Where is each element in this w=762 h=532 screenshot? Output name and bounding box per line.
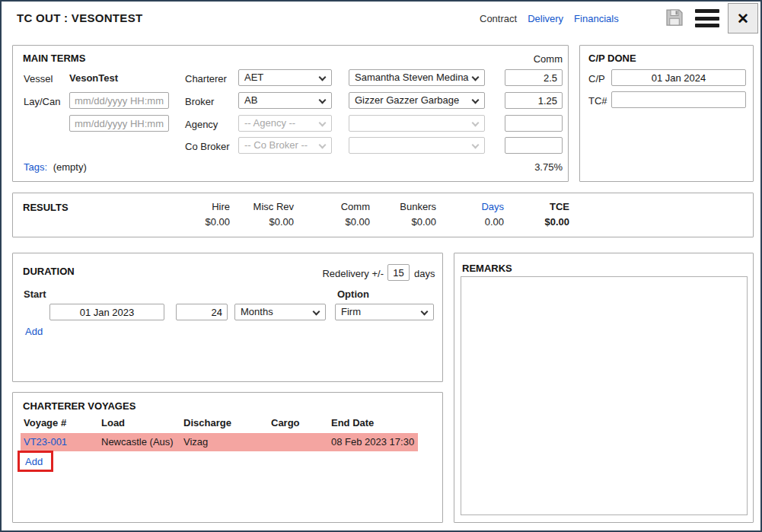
save-button[interactable] <box>662 6 687 30</box>
days-link[interactable]: Days <box>438 201 504 212</box>
days-value: 0.00 <box>438 216 504 228</box>
charterer-contact-select[interactable]: Samantha Steven Medina <box>349 69 485 86</box>
broker-contact-select[interactable]: Gizzer Gazzer Garbage <box>349 92 485 109</box>
voyage-load-cell: Newcastle (Aus) <box>101 433 174 451</box>
tab-contract[interactable]: Contract <box>480 13 517 24</box>
charterer-select[interactable]: AET <box>238 69 332 86</box>
menu-button[interactable] <box>695 9 719 27</box>
chevron-down-icon <box>472 119 480 127</box>
results-col-tce: TCE $0.00 <box>504 201 569 228</box>
col-header-discharge: Discharge <box>183 417 231 428</box>
header-nav: Contract Delivery Financials <box>480 13 619 24</box>
results-panel: RESULTS Hire $0.00 Misc Rev $0.00 Comm $… <box>12 193 754 237</box>
remarks-textarea[interactable] <box>461 276 748 515</box>
header-icons: ✕ <box>662 3 758 33</box>
charterer-voyages-title: CHARTERER VOYAGES <box>23 400 136 412</box>
page-title: TC OUT : VESONTEST <box>17 11 142 24</box>
agency-comm-input[interactable] <box>505 115 563 132</box>
col-header-cargo: Cargo <box>271 417 300 428</box>
main-terms-title: MAIN TERMS <box>23 53 85 64</box>
remarks-title: REMARKS <box>462 263 512 274</box>
chevron-down-icon <box>421 308 429 316</box>
results-col-misc-rev: Misc Rev $0.00 <box>228 201 294 228</box>
cp-date-input[interactable] <box>611 69 746 86</box>
cobroker-label: Co Broker <box>185 141 230 152</box>
results-col-days: Days 0.00 <box>438 201 504 228</box>
duration-title: DURATION <box>23 266 75 277</box>
period-input[interactable] <box>176 304 228 320</box>
laycan-to-input[interactable] <box>69 115 169 132</box>
tc-out-window: TC OUT : VESONTEST Contract Delivery Fin… <box>0 0 762 532</box>
chevron-down-icon <box>472 142 480 149</box>
vessel-label: Vessel <box>24 73 53 84</box>
hire-value: $0.00 <box>164 216 230 228</box>
cp-done-panel: C/P DONE C/P TC# <box>579 45 754 182</box>
col-header-load: Load <box>101 417 125 428</box>
tags-link[interactable]: Tags: <box>24 161 47 173</box>
broker-comm-input[interactable] <box>505 92 563 109</box>
duration-panel: DURATION Redelivery +/- days Start Optio… <box>12 253 443 382</box>
start-label: Start <box>24 288 46 300</box>
col-header-end-date: End Date <box>331 417 374 428</box>
tags-row: Tags: (empty) <box>24 161 87 173</box>
redelivery-input[interactable] <box>387 264 410 281</box>
total-comm: 3.75% <box>494 161 563 173</box>
tab-delivery[interactable]: Delivery <box>528 13 563 24</box>
remarks-panel: REMARKS <box>454 253 754 523</box>
results-col-comm: Comm $0.00 <box>304 201 370 228</box>
cobroker-select[interactable]: -- Co Broker -- <box>238 137 332 154</box>
agency-label: Agency <box>185 119 218 130</box>
broker-select[interactable]: AB <box>238 92 332 109</box>
chevron-down-icon <box>319 119 327 127</box>
period-unit-select[interactable]: Months <box>234 304 326 320</box>
comm-value: $0.00 <box>304 216 370 228</box>
broker-label: Broker <box>185 96 214 107</box>
chevron-down-icon <box>313 308 320 316</box>
chevron-down-icon <box>319 97 327 104</box>
comm-column-header: Comm <box>494 53 563 65</box>
chevron-down-icon <box>472 74 480 81</box>
bunkers-value: $0.00 <box>371 216 436 228</box>
tc-number-input[interactable] <box>611 91 746 108</box>
tce-value: $0.00 <box>504 216 569 228</box>
close-icon: ✕ <box>737 10 749 27</box>
voyage-row[interactable]: VT23-001 Newcastle (Aus) Vizag 08 Feb 20… <box>21 433 418 451</box>
chevron-down-icon <box>472 97 480 104</box>
charterer-voyages-panel: CHARTERER VOYAGES Voyage # Load Discharg… <box>12 392 443 523</box>
tags-value: (empty) <box>53 161 87 173</box>
voyage-discharge-cell: Vizag <box>183 433 208 451</box>
results-col-hire: Hire $0.00 <box>164 201 230 228</box>
save-icon <box>663 6 686 31</box>
close-button[interactable]: ✕ <box>728 3 758 33</box>
voyage-number-link[interactable]: VT23-001 <box>24 433 67 451</box>
charterer-comm-input[interactable] <box>505 69 563 86</box>
start-date-input[interactable] <box>49 304 164 320</box>
agency-select[interactable]: -- Agency -- <box>238 115 332 132</box>
cobroker-comm-input[interactable] <box>505 137 563 154</box>
duration-add-link[interactable]: Add <box>25 326 43 337</box>
voyage-add-link[interactable]: Add <box>25 456 43 467</box>
laycan-from-input[interactable] <box>69 92 169 109</box>
redelivery-unit-label: days <box>414 268 435 279</box>
cobroker-contact-select[interactable] <box>349 137 485 154</box>
laycan-label: Lay/Can <box>24 96 60 107</box>
tc-number-label: TC# <box>588 95 607 107</box>
chevron-down-icon <box>319 74 327 81</box>
col-header-voyage: Voyage # <box>24 417 66 428</box>
results-col-bunkers: Bunkers $0.00 <box>371 201 436 228</box>
main-terms-panel: MAIN TERMS Comm Vessel VesonTest Lay/Can… <box>12 45 569 182</box>
cp-done-title: C/P DONE <box>588 53 636 64</box>
cp-label: C/P <box>588 73 605 84</box>
chevron-down-icon <box>319 142 327 149</box>
agency-contact-select[interactable] <box>349 115 485 132</box>
misc-rev-value: $0.00 <box>228 216 294 228</box>
option-label: Option <box>337 288 369 300</box>
vessel-value: VesonTest <box>69 72 118 84</box>
tab-financials[interactable]: Financials <box>574 13 619 24</box>
redelivery-label: Redelivery +/- <box>300 268 384 279</box>
results-title: RESULTS <box>23 202 69 213</box>
charterer-label: Charterer <box>185 73 227 84</box>
option-select[interactable]: Firm <box>335 304 434 320</box>
voyage-end-date-cell: 08 Feb 2023 17:30 <box>331 433 414 451</box>
